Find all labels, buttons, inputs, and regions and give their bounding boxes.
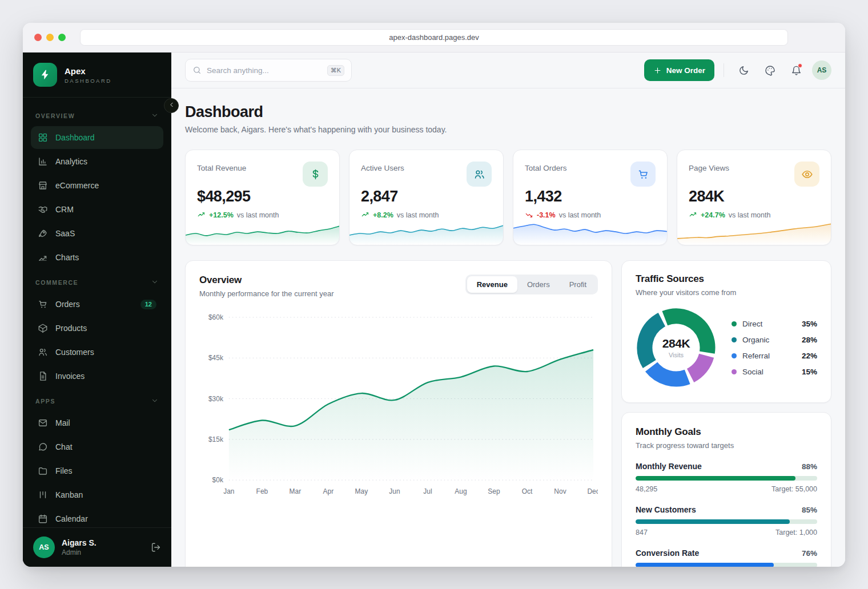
- cart-icon: [38, 299, 48, 309]
- browser-chrome: apex-dashboard.pages.dev: [23, 23, 845, 53]
- sidebar-item-kanban[interactable]: Kanban: [31, 483, 163, 506]
- goal-target: Target: 1,000: [775, 529, 817, 536]
- sidebar-section-commerce[interactable]: COMMERCE: [23, 270, 171, 292]
- sidebar-section-overview[interactable]: OVERVIEW: [23, 103, 171, 125]
- sidebar-item-orders[interactable]: Orders 12: [31, 293, 163, 316]
- sidebar-item-calendar[interactable]: Calendar: [31, 507, 163, 530]
- stat-value: 284K: [689, 188, 819, 205]
- tab-orders[interactable]: Orders: [517, 276, 560, 293]
- minimize-window-button[interactable]: [46, 34, 54, 41]
- rocket-icon: [38, 228, 48, 239]
- chevron-down-icon: [151, 397, 159, 406]
- window-controls[interactable]: [34, 34, 66, 41]
- legend-dot: [732, 353, 737, 358]
- tab-revenue[interactable]: Revenue: [467, 276, 517, 293]
- legend-value: 22%: [802, 352, 817, 360]
- tab-profit[interactable]: Profit: [560, 276, 596, 293]
- theme-picker-button[interactable]: [760, 60, 780, 80]
- sidebar-item-crm[interactable]: CRM: [31, 198, 163, 221]
- users-icon: [38, 347, 48, 357]
- goals-subtitle: Track progress toward targets: [636, 441, 817, 450]
- chevron-left-icon: [168, 100, 175, 111]
- sidebar-item-ecommerce[interactable]: eCommerce: [31, 174, 163, 197]
- sidebar-item-files[interactable]: Files: [31, 459, 163, 482]
- stat-title: Total Orders: [525, 162, 567, 172]
- sidebar-profile[interactable]: AS Aigars S. Admin: [23, 527, 171, 567]
- svg-text:Feb: Feb: [256, 487, 268, 495]
- svg-text:Sep: Sep: [488, 487, 500, 495]
- dark-mode-toggle[interactable]: [733, 60, 754, 80]
- goal-monthly-revenue: Monthly Revenue 88% 48,295 Target: 55,00…: [636, 462, 817, 493]
- store-icon: [38, 180, 48, 191]
- goal-progress-bar: [636, 476, 817, 481]
- palette-icon: [765, 65, 775, 76]
- svg-text:Nov: Nov: [554, 487, 566, 495]
- legend-label: Organic: [742, 336, 796, 344]
- sidebar: Apex DASHBOARD OVERVIEW Dashboard Analyt…: [23, 53, 171, 567]
- svg-text:Apr: Apr: [323, 487, 334, 495]
- sidebar-item-mail[interactable]: Mail: [31, 412, 163, 434]
- legend-label: Direct: [742, 320, 796, 328]
- page-title: Dashboard: [185, 103, 831, 121]
- orders-count-badge: 12: [140, 300, 156, 309]
- logout-button[interactable]: [151, 542, 161, 552]
- search-icon: [192, 66, 202, 75]
- sparkline-chart: [513, 213, 667, 245]
- sidebar-item-customers[interactable]: Customers: [31, 341, 163, 364]
- user-avatar-button[interactable]: AS: [812, 60, 831, 80]
- donut-center-value: 284K: [662, 337, 690, 350]
- traffic-subtitle: Where your visitors come from: [636, 288, 817, 297]
- chat-icon: [38, 442, 48, 452]
- users-icon: [467, 162, 492, 187]
- new-order-button[interactable]: New Order: [644, 59, 714, 81]
- sidebar-item-invoices[interactable]: Invoices: [31, 365, 163, 388]
- svg-text:Dec: Dec: [587, 487, 598, 495]
- lightning-logo-icon: [33, 63, 57, 87]
- search-input[interactable]: [207, 66, 322, 75]
- legend-item-social: Social 15%: [732, 368, 817, 376]
- notifications-button[interactable]: [786, 60, 806, 80]
- goal-progress-bar: [636, 563, 817, 567]
- goal-current: 847: [636, 529, 648, 536]
- goal-target: Target: 55,000: [771, 485, 817, 493]
- stat-card-page-views[interactable]: Page Views 284K +24.7% vs last month: [677, 150, 831, 245]
- revenue-area-chart[interactable]: $0k$15k$30k$45k$60kJanFebMarAprMayJunJul…: [199, 308, 598, 497]
- zoom-window-button[interactable]: [58, 34, 66, 41]
- url-bar[interactable]: apex-dashboard.pages.dev: [80, 29, 788, 46]
- legend-dot: [732, 321, 737, 326]
- svg-text:Mar: Mar: [290, 487, 302, 495]
- svg-text:Jul: Jul: [423, 487, 432, 495]
- search-box[interactable]: ⌘K: [185, 59, 352, 82]
- stat-card-active-users[interactable]: Active Users 2,847 +8.2% vs last month: [349, 150, 504, 245]
- stat-card-total-orders[interactable]: Total Orders 1,432 -3.1% vs last month: [513, 150, 668, 245]
- dollar-icon: [303, 162, 328, 187]
- goal-percent: 76%: [802, 549, 817, 558]
- svg-text:Oct: Oct: [522, 487, 533, 495]
- close-window-button[interactable]: [34, 34, 42, 41]
- sidebar-item-analytics[interactable]: Analytics: [31, 150, 163, 173]
- svg-text:Aug: Aug: [455, 487, 467, 495]
- traffic-donut-chart[interactable]: 284K Visits: [636, 307, 717, 388]
- sidebar-item-chat[interactable]: Chat: [31, 435, 163, 458]
- app-logo[interactable]: Apex DASHBOARD: [23, 53, 171, 98]
- browser-window: apex-dashboard.pages.dev Apex DASHBOARD …: [23, 23, 845, 567]
- sidebar-item-dashboard[interactable]: Dashboard: [31, 126, 163, 149]
- sidebar-collapse-button[interactable]: [164, 98, 179, 113]
- legend-item-organic: Organic 28%: [732, 336, 817, 344]
- goal-new-customers: New Customers 85% 847 Target: 1,000: [636, 505, 817, 536]
- chart-icon: [38, 252, 48, 263]
- overview-tabs: RevenueOrdersProfit: [465, 275, 598, 294]
- stat-title: Active Users: [361, 162, 404, 172]
- sidebar-item-saas[interactable]: SaaS: [31, 222, 163, 245]
- stat-card-total-revenue[interactable]: Total Revenue $48,295 +12.5% vs last mon…: [185, 150, 340, 245]
- sidebar-item-products[interactable]: Products: [31, 317, 163, 340]
- svg-text:$60k: $60k: [208, 313, 223, 321]
- overview-card: Overview Monthly performance for the cur…: [185, 260, 612, 567]
- goal-label: Monthly Revenue: [636, 462, 702, 471]
- legend-label: Referral: [742, 352, 796, 360]
- mail-icon: [38, 418, 48, 428]
- sidebar-item-charts[interactable]: Charts: [31, 246, 163, 269]
- eye-icon: [794, 162, 819, 187]
- sidebar-section-apps[interactable]: APPS: [23, 389, 171, 410]
- stat-cards-row: Total Revenue $48,295 +12.5% vs last mon…: [185, 150, 831, 245]
